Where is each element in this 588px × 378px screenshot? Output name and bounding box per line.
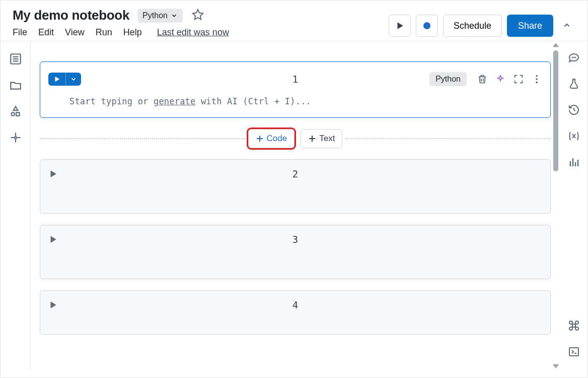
notebook-content[interactable]: 1 Python Start typing or generate with (31, 41, 560, 370)
chevron-down-icon (70, 76, 77, 83)
cell-menu-button[interactable] (531, 74, 542, 85)
sparkle-icon (495, 74, 506, 85)
ai-action-button[interactable] (495, 74, 506, 85)
run-all-button[interactable] (389, 15, 411, 37)
scrollbar[interactable] (552, 41, 560, 370)
svg-rect-5 (16, 112, 20, 116)
run-cell-button[interactable] (48, 235, 57, 244)
cell-header: 4 (40, 291, 550, 319)
star-button[interactable] (191, 8, 205, 23)
scrollbar-thumb[interactable] (553, 50, 558, 171)
cell-editor[interactable] (40, 254, 550, 279)
svg-point-6 (536, 75, 538, 77)
history-panel-button[interactable] (568, 104, 580, 118)
share-button[interactable]: Share (507, 15, 553, 37)
shapes-tab[interactable] (9, 105, 22, 120)
cell-editor[interactable]: Start typing or generate with AI (Ctrl +… (40, 90, 550, 117)
scroll-up-button[interactable] (552, 41, 560, 49)
sparkle-icon (9, 131, 22, 144)
kernel-status-button[interactable] (416, 15, 438, 37)
command-icon (568, 320, 580, 332)
play-icon (48, 169, 57, 178)
fullscreen-button[interactable] (513, 74, 524, 85)
folder-icon (9, 79, 22, 92)
run-cell-menu-button[interactable] (65, 73, 81, 86)
expand-icon (513, 74, 524, 85)
right-rail-bottom (568, 320, 580, 360)
placeholder-post: with AI (Ctrl + I)... (195, 96, 311, 106)
shapes-icon (9, 105, 22, 118)
right-rail-top (568, 51, 580, 170)
svg-point-9 (572, 57, 572, 58)
cell-actions: Python (429, 72, 542, 86)
kebab-icon (531, 74, 542, 85)
bars-icon (568, 156, 580, 168)
svg-point-7 (536, 78, 538, 80)
play-icon (395, 21, 404, 30)
menu-run[interactable]: Run (96, 27, 112, 38)
cell-header: 3 (40, 225, 550, 254)
right-rail (560, 41, 587, 370)
last-edit-link[interactable]: Last edit was now (157, 27, 229, 38)
divider (40, 138, 245, 139)
kernel-status-icon (423, 22, 430, 29)
shortcuts-button[interactable] (568, 320, 580, 334)
cell-3[interactable]: 3 (40, 225, 551, 279)
cell-header: 2 (40, 160, 550, 188)
cell-number: 3 (292, 234, 298, 245)
outline-tab[interactable] (9, 52, 22, 68)
scroll-down-button[interactable] (552, 362, 560, 370)
placeholder-generate-link[interactable]: generate (154, 96, 195, 106)
schedule-button[interactable]: Schedule (443, 15, 502, 37)
insert-code-label: Code (267, 134, 287, 144)
delete-cell-button[interactable] (477, 74, 488, 85)
title-row: My demo notebook Python (13, 8, 229, 23)
cell-4[interactable]: 4 (40, 290, 551, 335)
insert-text-button[interactable]: Text (301, 129, 342, 148)
comments-panel-button[interactable] (568, 51, 580, 66)
cell-editor[interactable] (40, 319, 550, 334)
cell-language-chip[interactable]: Python (429, 72, 467, 86)
trash-icon (477, 74, 488, 85)
cell-2[interactable]: 2 (40, 159, 551, 214)
variable-icon (568, 130, 580, 142)
menu-file[interactable]: File (13, 27, 27, 38)
menu-bar: File Edit View Run Help Last edit was no… (13, 27, 229, 38)
cell-editor[interactable] (40, 188, 550, 213)
insert-code-button[interactable]: Code (248, 129, 295, 148)
ai-tab[interactable] (9, 131, 22, 146)
language-selector[interactable]: Python (137, 9, 183, 23)
header-left: My demo notebook Python File Edit View R… (13, 8, 229, 38)
chat-icon (568, 51, 580, 64)
files-tab[interactable] (9, 79, 22, 94)
run-cell-button[interactable] (48, 300, 57, 309)
play-icon (53, 76, 60, 83)
visualizations-panel-button[interactable] (568, 156, 580, 170)
insert-text-label: Text (319, 134, 335, 144)
left-rail (1, 41, 31, 370)
history-icon (568, 104, 580, 116)
terminal-button[interactable] (568, 346, 580, 360)
play-icon (48, 235, 57, 244)
menu-help[interactable]: Help (123, 27, 142, 38)
cell-number: 1 (292, 74, 298, 85)
run-cell-button[interactable] (48, 169, 57, 178)
plus-icon (256, 135, 264, 143)
variables-panel-button[interactable] (568, 130, 580, 144)
header: My demo notebook Python File Edit View R… (1, 1, 587, 41)
cell-1[interactable]: 1 Python Start typing or generate with (40, 61, 551, 118)
cell-number: 2 (292, 168, 298, 179)
insert-row: Code Text (40, 129, 551, 148)
svg-point-10 (573, 57, 574, 58)
chevron-up-icon (562, 21, 571, 30)
run-cell-button-group (48, 73, 81, 86)
placeholder-pre: Start typing or (69, 96, 154, 106)
menu-edit[interactable]: Edit (38, 27, 54, 38)
experiments-panel-button[interactable] (568, 78, 580, 92)
menu-view[interactable]: View (65, 27, 85, 38)
run-cell-button[interactable] (48, 73, 65, 86)
svg-point-8 (536, 82, 538, 84)
collapse-header-button[interactable] (558, 17, 575, 35)
notebook-title[interactable]: My demo notebook (13, 8, 129, 23)
cell-number: 4 (292, 299, 298, 310)
